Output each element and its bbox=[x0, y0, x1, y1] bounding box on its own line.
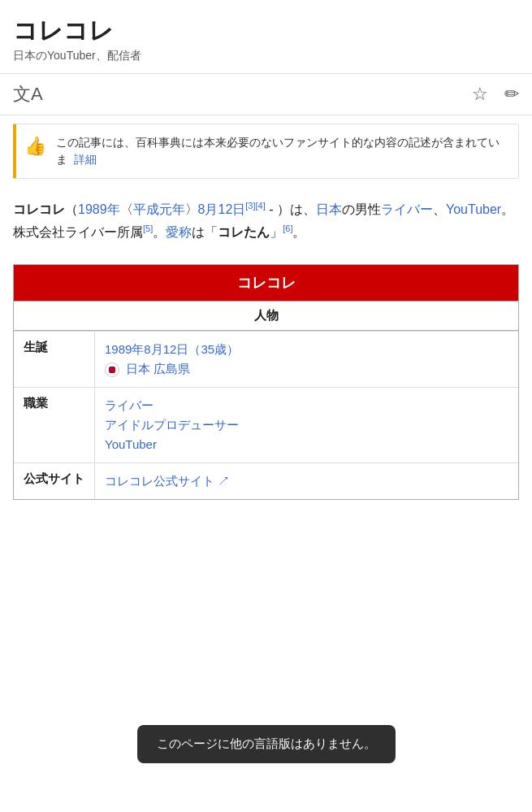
link-youtuber[interactable]: YouTuber bbox=[446, 202, 501, 216]
website-link[interactable]: コレコレ公式サイト ↗ bbox=[105, 474, 230, 488]
link-1989[interactable]: 1989年 bbox=[78, 202, 120, 216]
edit-icon[interactable]: ✏ bbox=[504, 84, 519, 105]
page-title: コレコレ bbox=[13, 16, 519, 46]
occupation-liver-link[interactable]: ライバー bbox=[105, 398, 154, 412]
warning-detail-link[interactable]: 詳細 bbox=[74, 153, 97, 166]
header-section: コレコレ 日本のYouTuber、配信者 bbox=[0, 0, 532, 74]
infobox-row-occupation: 職業 ライバー アイドルプロデューサー YouTuber bbox=[14, 387, 518, 462]
infobox-row-birth: 生誕 1989年8月12日（35歳） 日本 広島県 bbox=[14, 331, 518, 387]
toast-message: このページに他の言語版はありません。 bbox=[157, 736, 376, 750]
article-name: コレコレ bbox=[13, 202, 65, 216]
link-aishō[interactable]: 愛称 bbox=[166, 225, 192, 239]
link-japan[interactable]: 日本 bbox=[316, 202, 342, 216]
toast-bar: このページに他の言語版はありません。 bbox=[137, 725, 396, 763]
toolbar-right: ☆ ✏ bbox=[472, 84, 519, 105]
japan-flag-icon bbox=[105, 363, 119, 377]
ref-5[interactable]: [5] bbox=[143, 224, 153, 233]
occupation-youtuber-link[interactable]: YouTuber bbox=[105, 437, 157, 451]
nickname: コレたん bbox=[218, 225, 270, 239]
toolbar: 文A ☆ ✏ bbox=[0, 74, 532, 115]
warning-text: この記事には、百科事典には本来必要のないファンサイト的な内容の記述が含まれていま bbox=[56, 136, 500, 166]
birth-date-link[interactable]: 1989年8月12日（35歳） bbox=[105, 342, 239, 356]
infobox-title: コレコレ bbox=[14, 265, 518, 301]
infobox-value-occupation: ライバー アイドルプロデューサー YouTuber bbox=[95, 388, 518, 462]
link-aug12[interactable]: 8月12日 bbox=[198, 202, 246, 216]
infobox-label-birth: 生誕 bbox=[14, 332, 95, 387]
infobox-value-website: コレコレ公式サイト ↗ bbox=[95, 463, 518, 499]
infobox-label-occupation: 職業 bbox=[14, 388, 95, 462]
page-subtitle: 日本のYouTuber、配信者 bbox=[13, 49, 519, 63]
ref-6[interactable]: [6] bbox=[283, 224, 292, 233]
warning-content: この記事には、百科事典には本来必要のないファンサイト的な内容の記述が含まれていま… bbox=[56, 134, 510, 168]
infobox-label-website: 公式サイト bbox=[14, 463, 95, 499]
article-paragraph: コレコレ（1989年〈平成元年〉8月12日[3][4] - ）は、日本の男性ライ… bbox=[13, 198, 519, 243]
warning-thumb-icon: 👍 bbox=[24, 136, 46, 157]
infobox-section: 人物 bbox=[14, 301, 518, 331]
infobox-value-birth: 1989年8月12日（35歳） 日本 広島県 bbox=[95, 332, 518, 387]
translate-icon[interactable]: 文A bbox=[13, 82, 43, 106]
ref-3-4[interactable]: [3][4] bbox=[245, 201, 265, 211]
occupation-producer-link[interactable]: アイドルプロデューサー bbox=[105, 418, 239, 432]
star-icon[interactable]: ☆ bbox=[472, 84, 488, 105]
toolbar-left: 文A bbox=[13, 82, 43, 106]
infobox-row-website: 公式サイト コレコレ公式サイト ↗ bbox=[14, 462, 518, 499]
link-liver[interactable]: ライバー bbox=[381, 202, 433, 216]
infobox: コレコレ 人物 生誕 1989年8月12日（35歳） 日本 広島県 職業 ライバ… bbox=[13, 264, 519, 500]
warning-box: 👍 この記事には、百科事典には本来必要のないファンサイト的な内容の記述が含まれて… bbox=[13, 124, 519, 179]
birth-place-link[interactable]: 日本 広島県 bbox=[126, 362, 190, 376]
main-content: コレコレ（1989年〈平成元年〉8月12日[3][4] - ）は、日本の男性ライ… bbox=[0, 187, 532, 251]
link-heisei[interactable]: 平成元年 bbox=[133, 202, 185, 216]
